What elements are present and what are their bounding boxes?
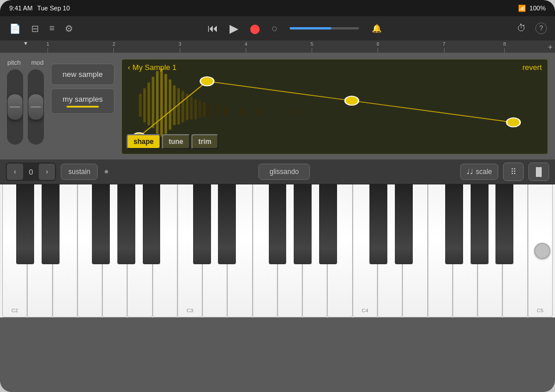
svg-rect-20 [258, 108, 261, 115]
mod-label: mod [31, 59, 43, 66]
ruler-mark-5: 5 [310, 41, 313, 53]
sustain-button[interactable]: sustain [61, 164, 98, 180]
black-key[interactable] [319, 184, 337, 264]
svg-rect-7 [169, 80, 171, 130]
svg-rect-8 [173, 85, 175, 125]
main-content: pitch mod new sample my samples [0, 53, 555, 392]
svg-point-23 [200, 77, 214, 86]
status-bar: 9:41 AM Tue Sep 10 📶 100% [0, 0, 555, 16]
svg-rect-5 [160, 68, 162, 137]
keys-container: C2C3C4C5 [0, 184, 555, 317]
sample-name: My Sample 1 [132, 63, 176, 72]
svg-rect-18 [224, 106, 227, 116]
glissando-button[interactable]: glissando [258, 164, 310, 180]
metronome-button[interactable]: 🔔 [371, 23, 383, 34]
key-label: C3 [187, 308, 194, 313]
svg-rect-2 [147, 83, 150, 125]
svg-rect-21 [292, 109, 294, 114]
svg-point-25 [506, 118, 520, 127]
ruler-mark-6: 6 [376, 41, 379, 53]
svg-rect-1 [143, 88, 146, 122]
black-key[interactable] [16, 184, 34, 264]
octave-value: 0 [24, 168, 38, 176]
control-bar: ‹ 0 › sustain glissando ♩♩ scale ⠿ ▐▌ [0, 159, 555, 184]
loop-button[interactable]: ○ [272, 23, 278, 35]
chord-button[interactable]: ⠿ [503, 162, 524, 181]
sustain-indicator [105, 170, 108, 173]
key-label: C4 [362, 308, 369, 313]
black-key[interactable] [117, 184, 135, 264]
settings-button[interactable]: ⚙ [64, 22, 74, 35]
svg-rect-0 [139, 94, 141, 117]
timeline-ruler: ▼ 1 2 3 4 5 6 7 8 + [0, 40, 555, 53]
black-key[interactable] [471, 184, 489, 264]
waveform-title: ‹ My Sample 1 [128, 63, 176, 72]
svg-rect-10 [182, 91, 184, 122]
octave-next-button[interactable]: › [39, 164, 55, 180]
black-key[interactable] [369, 184, 387, 264]
scale-label: scale [476, 168, 492, 176]
pitch-slider[interactable] [7, 69, 23, 145]
shape-tab[interactable]: shape [127, 134, 161, 149]
black-key[interactable] [294, 184, 312, 264]
record-button[interactable]: ⬤ [250, 23, 260, 34]
svg-rect-14 [198, 101, 201, 118]
revert-button[interactable]: revert [523, 63, 542, 72]
new-document-button[interactable]: 📄 [8, 22, 22, 35]
scale-note-icon: ♩♩ [467, 168, 473, 176]
svg-rect-12 [190, 97, 193, 120]
svg-rect-17 [216, 105, 218, 116]
date-display: Tue Sep 10 [37, 5, 69, 12]
add-track-button[interactable]: + [548, 42, 553, 51]
svg-rect-19 [241, 108, 243, 116]
black-key[interactable] [193, 184, 211, 264]
black-key[interactable] [218, 184, 236, 264]
clock-button[interactable]: ⏱ [516, 22, 527, 35]
black-key[interactable] [269, 184, 287, 264]
ruler-mark-2: 2 [112, 41, 115, 53]
mixer-button[interactable]: ≡ [48, 22, 56, 35]
svg-rect-16 [207, 104, 209, 117]
svg-rect-13 [194, 99, 197, 120]
black-key[interactable] [495, 184, 513, 264]
scale-button[interactable]: ♩♩ scale [460, 164, 498, 180]
ruler-mark-7: 7 [443, 41, 446, 53]
svg-rect-9 [177, 88, 180, 124]
tempo-slider[interactable] [290, 27, 359, 29]
black-key[interactable] [92, 184, 110, 264]
help-button[interactable]: ? [535, 23, 547, 34]
toolbar: 📄 ⊟ ≡ ⚙ ⏮ ▶ ⬤ ○ 🔔 ⏱ ? [0, 16, 555, 40]
play-button[interactable]: ▶ [230, 21, 238, 35]
key-label: C5 [536, 308, 543, 313]
svg-rect-6 [165, 74, 167, 134]
sample-panel: new sample my samples [51, 59, 114, 114]
new-sample-button[interactable]: new sample [51, 64, 114, 85]
back-icon[interactable]: ‹ [128, 63, 130, 72]
home-button[interactable] [534, 243, 550, 259]
ruler-mark-4: 4 [245, 41, 247, 53]
key-label: C2 [12, 308, 18, 313]
black-key[interactable] [445, 184, 463, 264]
piano-icon: ▐▌ [533, 167, 545, 176]
wifi-icon: 📶 [518, 5, 526, 12]
trim-tab[interactable]: trim [191, 134, 219, 149]
chord-icon: ⠿ [510, 167, 516, 176]
svg-rect-4 [156, 71, 158, 134]
keyboard-layout-button[interactable]: ▐▌ [528, 162, 549, 181]
rewind-button[interactable]: ⏮ [208, 23, 218, 35]
shape-tune-trim-tabs: shape tune trim [127, 134, 219, 149]
ruler-mark-1: 1 [46, 41, 49, 53]
mod-slider[interactable] [28, 69, 44, 145]
octave-prev-button[interactable]: ‹ [7, 164, 23, 180]
tune-tab[interactable]: tune [162, 134, 190, 149]
time-display: 9:41 AM [9, 5, 32, 12]
battery-display: 100% [530, 5, 546, 12]
waveform-display: ‹ My Sample 1 revert [121, 59, 548, 154]
tracks-view-button[interactable]: ⊟ [30, 22, 40, 35]
black-key[interactable] [395, 184, 413, 264]
black-key[interactable] [143, 184, 161, 264]
my-samples-button[interactable]: my samples [51, 88, 114, 114]
black-key[interactable] [42, 184, 60, 264]
svg-rect-3 [152, 77, 154, 128]
ipad-frame: 9:41 AM Tue Sep 10 📶 100% 📄 ⊟ ≡ ⚙ ⏮ ▶ ⬤ … [0, 0, 555, 392]
